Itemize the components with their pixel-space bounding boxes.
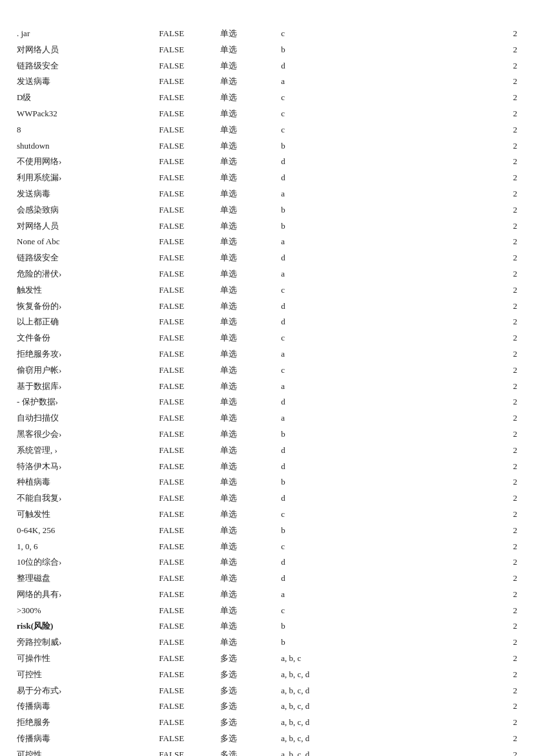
table-row: >300%FALSE单选c2	[13, 603, 521, 619]
row-name: 危险的潜伏›	[13, 266, 155, 282]
row-type: 单选	[216, 507, 277, 523]
row-answer: a, b, c, d	[277, 731, 480, 747]
row-score: 2	[480, 394, 521, 410]
row-answer: c	[277, 26, 480, 42]
row-name: . jar	[13, 26, 155, 42]
row-answer: b	[277, 618, 480, 635]
row-answer: d	[277, 154, 480, 170]
row-name: 旁路控制威›	[13, 635, 155, 651]
row-flag: FALSE	[155, 58, 216, 74]
row-score: 2	[480, 539, 521, 555]
row-flag: FALSE	[155, 426, 216, 443]
row-name: 链路级安全	[13, 58, 155, 74]
row-answer: b	[277, 138, 480, 154]
row-type: 单选	[216, 218, 277, 235]
row-score: 2	[480, 42, 521, 58]
table-row: 拒绝服务FALSE多选a, b, c, d2	[13, 715, 521, 731]
row-flag: FALSE	[155, 394, 216, 410]
row-type: 单选	[216, 42, 277, 58]
row-type: 单选	[216, 635, 277, 651]
row-type: 单选	[216, 250, 277, 266]
row-type: 单选	[216, 299, 277, 315]
row-answer: a	[277, 410, 480, 426]
row-answer: b	[277, 474, 480, 490]
row-type: 单选	[216, 571, 277, 587]
row-name: D级	[13, 90, 155, 106]
table-row: 发送病毒FALSE单选a2	[13, 186, 521, 202]
row-flag: FALSE	[155, 314, 216, 330]
row-name: 可控性	[13, 667, 155, 683]
row-score: 2	[480, 282, 521, 299]
row-score: 2	[480, 635, 521, 651]
row-answer: c	[277, 362, 480, 379]
row-score: 2	[480, 170, 521, 186]
row-score: 2	[480, 490, 521, 507]
row-name: 0-64K, 256	[13, 523, 155, 539]
row-name: 整理磁盘	[13, 571, 155, 587]
row-score: 2	[480, 250, 521, 266]
row-flag: FALSE	[155, 667, 216, 683]
row-name: 触发性	[13, 282, 155, 299]
row-type: 单选	[216, 459, 277, 475]
row-type: 多选	[216, 715, 277, 731]
row-answer: a, b, c, d	[277, 698, 480, 715]
row-answer: d	[277, 443, 480, 459]
table-row: risk(风险)FALSE单选b2	[13, 618, 521, 635]
row-score: 2	[480, 362, 521, 379]
row-flag: FALSE	[155, 603, 216, 619]
row-flag: FALSE	[155, 138, 216, 154]
row-flag: FALSE	[155, 90, 216, 106]
row-name: 拒绝服务攻›	[13, 346, 155, 362]
row-score: 2	[480, 154, 521, 170]
table-row: 文件备份FALSE单选c2	[13, 330, 521, 346]
table-row: 8FALSE单选c2	[13, 122, 521, 138]
row-score: 2	[480, 90, 521, 106]
row-type: 单选	[216, 58, 277, 74]
table-row: 链路级安全FALSE单选d2	[13, 250, 521, 266]
row-score: 2	[480, 266, 521, 282]
row-flag: FALSE	[155, 362, 216, 379]
row-score: 2	[480, 651, 521, 667]
table-row: 1, 0, 6FALSE单选c2	[13, 539, 521, 555]
row-type: 多选	[216, 667, 277, 683]
row-type: 单选	[216, 266, 277, 282]
row-score: 2	[480, 26, 521, 42]
table-row: 危险的潜伏›FALSE单选a2	[13, 266, 521, 282]
row-answer: d	[277, 394, 480, 410]
row-answer: b	[277, 42, 480, 58]
row-type: 单选	[216, 186, 277, 202]
row-type: 单选	[216, 523, 277, 539]
row-flag: FALSE	[155, 523, 216, 539]
row-flag: FALSE	[155, 443, 216, 459]
row-score: 2	[480, 731, 521, 747]
row-type: 多选	[216, 747, 277, 756]
row-flag: FALSE	[155, 715, 216, 731]
row-score: 2	[480, 683, 521, 699]
row-name: 发送病毒	[13, 74, 155, 90]
row-type: 单选	[216, 554, 277, 571]
table-row: 可控性FALSE多选a, b, c, d2	[13, 747, 521, 756]
row-type: 单选	[216, 394, 277, 410]
table-row: 特洛伊木马›FALSE单选d2	[13, 459, 521, 475]
row-name: 传播病毒	[13, 698, 155, 715]
row-flag: FALSE	[155, 698, 216, 715]
row-score: 2	[480, 459, 521, 475]
row-name: 不能自我复›	[13, 490, 155, 507]
row-flag: FALSE	[155, 170, 216, 186]
table-row: shutdownFALSE单选b2	[13, 138, 521, 154]
row-score: 2	[480, 474, 521, 490]
row-score: 2	[480, 747, 521, 756]
row-type: 多选	[216, 651, 277, 667]
row-name: - 保护数据›	[13, 394, 155, 410]
row-flag: FALSE	[155, 459, 216, 475]
row-type: 单选	[216, 170, 277, 186]
data-table: . jarFALSE单选c2对网络人员FALSE单选b2链路级安全FALSE单选…	[13, 26, 521, 756]
row-type: 单选	[216, 202, 277, 218]
row-answer: a, b, c, d	[277, 683, 480, 699]
row-score: 2	[480, 587, 521, 603]
row-flag: FALSE	[155, 234, 216, 250]
row-score: 2	[480, 523, 521, 539]
row-answer: d	[277, 459, 480, 475]
row-name: 恢复备份的›	[13, 299, 155, 315]
row-name: 对网络人员	[13, 218, 155, 235]
